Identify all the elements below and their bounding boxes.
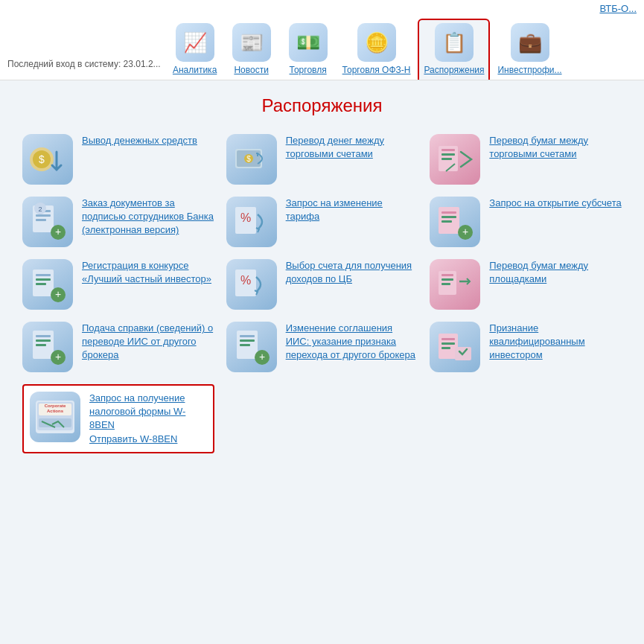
item-label-transfer-platforms[interactable]: Перевод бумаг между площадками <box>489 259 622 286</box>
svg-text:+: + <box>259 351 265 363</box>
item-icon-transfer-platforms <box>430 259 480 310</box>
grid-item-transfer-papers[interactable]: Перевод бумаг между торговыми счетами <box>430 134 622 185</box>
top-bar: ВТБ-О... <box>0 0 644 14</box>
svg-text:+: + <box>55 288 61 300</box>
svg-text:+: + <box>55 351 61 363</box>
grid-item-subaccount-open[interactable]: + Запрос на открытие субсчета <box>430 197 622 247</box>
item-icon-tariff-change: % <box>226 197 277 247</box>
svg-rect-14 <box>36 219 46 221</box>
svg-rect-40 <box>36 335 51 337</box>
header: ВТБ-О... Последний вход в систему: 23.01… <box>0 0 644 80</box>
item-label-competition[interactable]: Регистрация в конкурсе «Лучший частный и… <box>82 259 214 286</box>
main-content: Распоряжения $ Вывод денежных средств $ … <box>0 80 644 468</box>
grid-item-income-account[interactable]: % Выбор счета для получения доходов по Ц… <box>226 259 418 310</box>
svg-rect-13 <box>36 214 51 217</box>
nav-item-investprofile[interactable]: 💼 Инвестпрофи... <box>493 20 566 80</box>
svg-rect-48 <box>240 344 250 346</box>
nav-item-trading-ofz[interactable]: 🪙 Торговля ОФЗ-Н <box>338 20 415 80</box>
grid-item-iis-transfer[interactable]: + Подача справки (сведений) о переводе И… <box>22 322 214 372</box>
nav-label-analytics: Аналитика <box>173 65 217 75</box>
svg-text:%: % <box>240 274 251 287</box>
item-icon-income-account: % <box>226 259 277 310</box>
grid-item-qualified-investor[interactable]: Признание квалифицированным инвестором <box>430 322 622 372</box>
nav-icon-analytics: 📈 <box>176 23 214 62</box>
nav-item-news[interactable]: 📰 Новости <box>225 20 278 80</box>
item-icon-iis-agreement: + <box>226 322 277 372</box>
item-icon-transfer-money: $ <box>226 134 277 185</box>
nav-label-investprofile: Инвестпрофи... <box>497 65 561 75</box>
item-icon-subaccount-open: + <box>430 197 480 247</box>
svg-rect-22 <box>441 211 456 214</box>
grid-item-withdrawal[interactable]: $ Вывод денежных средств <box>22 134 214 185</box>
item-label-transfer-papers[interactable]: Перевод бумаг между торговыми счетами <box>489 134 622 161</box>
svg-rect-36 <box>441 274 453 276</box>
nav-bar: Последний вход в систему: 23.01.2... 📈 А… <box>0 14 644 80</box>
svg-text:%: % <box>240 211 251 224</box>
svg-rect-47 <box>240 339 255 342</box>
nav-icon-trading-ofz: 🪙 <box>357 23 396 62</box>
svg-rect-10 <box>441 158 452 160</box>
svg-rect-52 <box>441 338 455 340</box>
nav-icon-news: 📰 <box>232 23 271 62</box>
svg-rect-8 <box>441 149 455 151</box>
svg-rect-53 <box>441 342 455 345</box>
item-icon-qualified-investor <box>430 322 480 372</box>
item-label-iis-transfer[interactable]: Подача справки (сведений) о переводе ИИС… <box>82 322 214 363</box>
grid-item-transfer-platforms[interactable]: Перевод бумаг между площадками <box>430 259 622 310</box>
grid: $ Вывод денежных средств $ Перевод денег… <box>22 134 622 453</box>
grid-item-iis-agreement[interactable]: + Изменение соглашения ИИС: указание при… <box>226 322 418 372</box>
svg-rect-29 <box>36 278 51 281</box>
item-label-w8ben[interactable]: Запрос на получение налоговой формы W-8B… <box>89 392 207 446</box>
svg-rect-46 <box>240 335 255 337</box>
page-title: Распоряжения <box>22 95 622 116</box>
grid-item-doc-order[interactable]: 2 + Заказ документов за подписью сотрудн… <box>22 197 214 247</box>
nav-item-trading[interactable]: 💵 Торговля <box>281 20 335 80</box>
last-login-text: Последний вход в систему: 23.01.2... <box>7 59 161 80</box>
svg-text:2: 2 <box>38 205 42 213</box>
grid-item-w8ben[interactable]: Corporate Actions Запрос на получение на… <box>22 384 214 453</box>
item-icon-competition: + <box>22 259 73 310</box>
item-label-doc-order[interactable]: Заказ документов за подписью сотрудников… <box>82 197 214 237</box>
svg-text:$: $ <box>39 153 45 165</box>
item-icon-doc-order: 2 + <box>22 197 73 247</box>
nav-icon-orders: 📋 <box>435 23 474 62</box>
nav-item-analytics[interactable]: 📈 Аналитика <box>168 20 222 80</box>
item-label-transfer-money[interactable]: Перевод денег между торговыми счетами <box>286 134 418 161</box>
item-icon-withdrawal: $ <box>22 134 73 185</box>
svg-text:Actions: Actions <box>47 409 64 413</box>
svg-text:+: + <box>55 226 61 237</box>
vtb-link[interactable]: ВТБ-О... <box>599 3 637 14</box>
item-label-iis-agreement[interactable]: Изменение соглашения ИИС: указание призн… <box>286 322 418 363</box>
nav-icon-trading: 💵 <box>289 23 328 62</box>
item-label-subaccount-open[interactable]: Запрос на открытие субсчета <box>489 197 621 210</box>
nav-label-trading: Торговля <box>290 65 327 75</box>
svg-rect-23 <box>441 216 456 218</box>
item-icon-transfer-papers <box>430 134 480 185</box>
svg-rect-41 <box>36 339 51 342</box>
nav-label-orders: Распоряжения <box>424 65 484 75</box>
svg-rect-9 <box>441 153 455 156</box>
svg-text:Corporate: Corporate <box>45 404 66 408</box>
svg-rect-37 <box>441 278 453 281</box>
grid-item-tariff-change[interactable]: % Запрос на изменение тарифа <box>226 197 418 247</box>
nav-label-news: Новости <box>234 65 268 75</box>
grid-item-competition[interactable]: + Регистрация в конкурсе «Лучший частный… <box>22 259 214 310</box>
svg-rect-42 <box>36 344 46 346</box>
item-label-income-account[interactable]: Выбор счета для получения доходов по ЦБ <box>286 259 418 286</box>
svg-rect-28 <box>36 274 51 276</box>
svg-text:+: + <box>462 226 468 237</box>
nav-label-trading-ofz: Торговля ОФЗ-Н <box>342 65 411 75</box>
svg-rect-54 <box>441 347 450 349</box>
item-label-qualified-investor[interactable]: Признание квалифицированным инвестором <box>489 322 622 363</box>
item-label-tariff-change[interactable]: Запрос на изменение тарифа <box>286 197 418 223</box>
svg-rect-24 <box>441 220 452 223</box>
nav-item-orders[interactable]: 📋 Распоряжения <box>418 19 490 80</box>
svg-text:$: $ <box>246 155 251 163</box>
item-icon-iis-transfer: + <box>22 322 73 372</box>
nav-items: 📈 Аналитика 📰 Новости 💵 Торговля 🪙 Торго… <box>168 19 567 80</box>
item-icon-w8ben: Corporate Actions <box>30 392 80 442</box>
svg-rect-30 <box>36 283 46 285</box>
grid-item-transfer-money[interactable]: $ Перевод денег между торговыми счетами <box>226 134 418 185</box>
nav-icon-investprofile: 💼 <box>511 23 549 62</box>
item-label-withdrawal[interactable]: Вывод денежных средств <box>82 134 197 147</box>
